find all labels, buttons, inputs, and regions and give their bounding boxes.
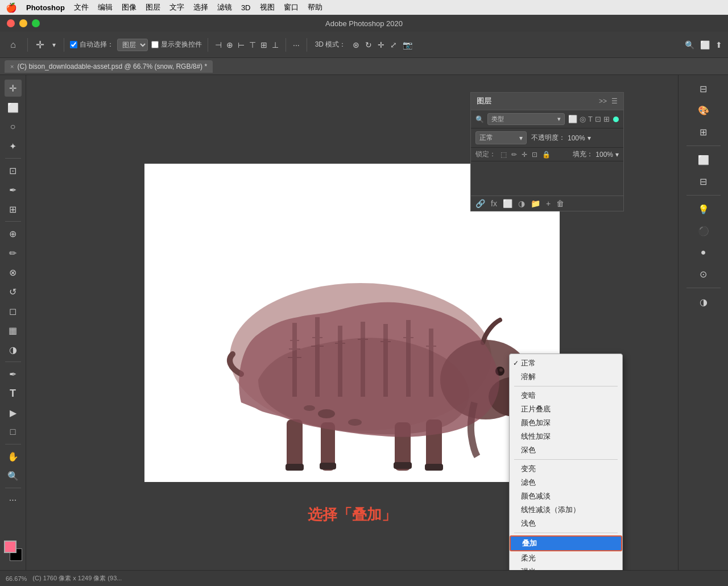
move-dropdown[interactable]: ▾ xyxy=(50,40,58,50)
pen-tool[interactable]: ✒ xyxy=(5,365,22,383)
align-center-h-icon[interactable]: ⊕ xyxy=(225,39,234,51)
dodge-tool[interactable]: ◑ xyxy=(5,341,22,358)
sphere-icon[interactable]: ⚫ xyxy=(694,222,713,240)
3d-camera-icon[interactable]: 📷 xyxy=(402,39,413,51)
fill-value[interactable]: 100% xyxy=(595,151,613,159)
eyedropper-tool[interactable]: ✒ xyxy=(5,181,22,198)
measure-tool[interactable]: ⊞ xyxy=(5,201,22,218)
light-icon[interactable]: 💡 xyxy=(694,200,713,218)
blend-option-multiply[interactable]: 正片叠底 xyxy=(510,402,622,416)
menu-view[interactable]: 视图 xyxy=(260,2,275,13)
blend-option-linear-dodge[interactable]: 线性减淡（添加） xyxy=(510,503,622,517)
menu-window[interactable]: 窗口 xyxy=(284,2,299,13)
document-tab[interactable]: × (C) bison_downloadable-asset.psd @ 66.… xyxy=(5,60,213,73)
align-center-v-icon[interactable]: ⊞ xyxy=(259,39,268,51)
filter-pixel-icon[interactable]: ⬜ xyxy=(568,115,577,123)
filter-shape-icon[interactable]: ⊡ xyxy=(595,115,601,123)
blend-option-linear-burn[interactable]: 线性加深 xyxy=(510,430,622,443)
menu-select[interactable]: 选择 xyxy=(193,2,208,13)
menu-filter[interactable]: 滤镜 xyxy=(217,2,232,13)
layers-icon[interactable]: ◑ xyxy=(694,293,713,311)
opacity-dropdown-icon[interactable]: ▾ xyxy=(588,134,591,142)
filter-smart-icon[interactable]: ⊞ xyxy=(603,115,610,123)
foreground-color-swatch[interactable] xyxy=(4,541,16,553)
select-tool[interactable]: ⬜ xyxy=(5,99,22,116)
auto-select-checkbox[interactable]: 自动选择： xyxy=(70,40,114,49)
spot-heal-tool[interactable]: ⊕ xyxy=(5,225,22,242)
hand-tool[interactable]: ✋ xyxy=(5,448,22,465)
link-layers-icon[interactable]: 🔗 xyxy=(475,199,485,208)
more-tools[interactable]: ··· xyxy=(5,492,22,509)
add-group-icon[interactable]: 📁 xyxy=(531,199,540,208)
blend-option-screen[interactable]: 滤色 xyxy=(510,476,622,489)
menu-image[interactable]: 图像 xyxy=(122,2,136,13)
color-swatches[interactable] xyxy=(3,541,23,561)
add-mask-icon[interactable]: ⬜ xyxy=(503,199,512,208)
blend-dropdown-icon[interactable]: ▾ xyxy=(519,134,523,142)
auto-select-input[interactable] xyxy=(70,41,77,48)
blend-option-normal[interactable]: ✓ 正常 xyxy=(510,356,622,370)
magic-wand-tool[interactable]: ✦ xyxy=(5,138,22,155)
layer-effects-icon[interactable]: fx xyxy=(491,199,497,208)
align-right-icon[interactable]: ⊢ xyxy=(237,39,246,51)
blend-option-overlay[interactable]: 叠加 xyxy=(510,535,622,551)
layers-menu-icon[interactable]: ☰ xyxy=(611,97,618,105)
show-transform-checkbox[interactable]: 显示变换控件 xyxy=(151,40,202,49)
lock-transparency-icon[interactable]: ⬚ xyxy=(500,151,507,159)
square-icon[interactable]: ⬜ xyxy=(694,151,713,169)
add-adjustment-icon[interactable]: ◑ xyxy=(518,199,525,208)
gradient-tool[interactable]: ▦ xyxy=(5,322,22,339)
3d-orbit-icon[interactable]: ⊛ xyxy=(351,39,361,51)
3d-pan-icon[interactable]: ✛ xyxy=(377,39,386,51)
search-icon[interactable]: 🔍 xyxy=(684,39,696,51)
tab-close-button[interactable]: × xyxy=(10,63,14,70)
blend-option-darken[interactable]: 变暗 xyxy=(510,389,622,402)
maximize-window-button[interactable] xyxy=(32,19,40,27)
shape-tool[interactable]: □ xyxy=(5,423,22,440)
blend-option-hard-light[interactable]: 强光 xyxy=(510,565,622,570)
clone-tool[interactable]: ⊗ xyxy=(5,264,22,281)
menu-file[interactable]: 文件 xyxy=(74,2,89,13)
blend-option-color-burn[interactable]: 颜色加深 xyxy=(510,416,622,430)
align-top-icon[interactable]: ⊤ xyxy=(248,39,257,51)
filter-dropdown-icon[interactable]: ▾ xyxy=(557,115,561,123)
show-transform-input[interactable] xyxy=(151,41,159,48)
zoom-tool[interactable]: 🔍 xyxy=(5,467,22,484)
move-tool-icon[interactable]: ✛ xyxy=(34,38,47,52)
fill-dropdown-icon[interactable]: ▾ xyxy=(615,151,619,159)
eraser-tool[interactable]: ◻ xyxy=(5,302,22,319)
move-tool[interactable]: ✛ xyxy=(5,80,22,97)
blend-option-darker-color[interactable]: 深色 xyxy=(510,443,622,457)
align-bottom-icon[interactable]: ⊥ xyxy=(271,39,280,51)
crop-tool[interactable]: ⊡ xyxy=(5,162,22,179)
blend-option-lighter-color[interactable]: 浅色 xyxy=(510,517,622,530)
history-brush[interactable]: ↺ xyxy=(5,283,22,300)
menu-text[interactable]: 文字 xyxy=(169,2,184,13)
path-select-tool[interactable]: ▶ xyxy=(5,404,22,421)
grid2-icon[interactable]: ⊟ xyxy=(694,172,713,190)
lasso-tool[interactable]: ○ xyxy=(5,118,22,135)
3d-roll-icon[interactable]: ↻ xyxy=(364,39,373,51)
menu-3d[interactable]: 3D xyxy=(241,3,251,12)
color-panel-icon[interactable]: 🎨 xyxy=(694,101,713,119)
brush-tool[interactable]: ✏ xyxy=(5,244,22,261)
blend-option-soft-light[interactable]: 柔光 xyxy=(510,551,622,565)
align-left-icon[interactable]: ⊣ xyxy=(214,39,223,51)
3d-slide-icon[interactable]: ⤢ xyxy=(389,39,398,51)
blend-option-lighten[interactable]: 变亮 xyxy=(510,462,622,476)
home-button[interactable]: ⌂ xyxy=(5,36,22,53)
lock-artboard-icon[interactable]: ⊡ xyxy=(532,151,537,159)
share-icon[interactable]: ⬆ xyxy=(714,39,723,51)
filter-type-icon[interactable]: T xyxy=(588,115,593,123)
lock-pixels-icon[interactable]: ✏ xyxy=(511,151,517,159)
layer-select[interactable]: 图层 xyxy=(117,39,148,51)
lock-position-icon[interactable]: ✛ xyxy=(522,151,527,159)
blend-option-dissolve[interactable]: 溶解 xyxy=(510,370,622,384)
blend-mode-select[interactable]: 正常 ▾ xyxy=(475,131,527,144)
lock-all-icon[interactable]: 🔒 xyxy=(542,151,551,159)
menu-photoshop[interactable]: Photoshop xyxy=(26,3,65,12)
menu-help[interactable]: 帮助 xyxy=(308,2,322,13)
opacity-value[interactable]: 100% xyxy=(568,134,585,142)
node-icon[interactable]: ⊙ xyxy=(694,265,713,283)
delete-layer-icon[interactable]: 🗑 xyxy=(556,199,564,208)
